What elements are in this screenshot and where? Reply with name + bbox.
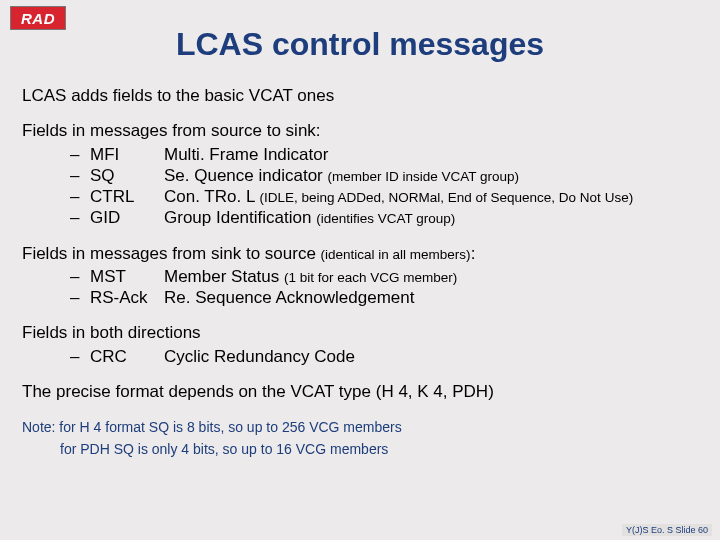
content: LCAS adds fields to the basic VCAT ones … bbox=[22, 85, 698, 461]
source-block: Fields in messages from source to sink: … bbox=[22, 120, 698, 228]
field-desc: Cyclic Redundancy Code bbox=[164, 346, 698, 367]
dash-icon: – bbox=[70, 186, 90, 207]
list-item: – CTRL Con. TRo. L (IDLE, being ADDed, N… bbox=[70, 186, 698, 207]
dash-icon: – bbox=[70, 266, 90, 287]
slide-title: LCAS control messages bbox=[22, 26, 698, 63]
field-desc: Se. Quence indicator (member ID inside V… bbox=[164, 165, 698, 186]
sink-list: – MST Member Status (1 bit for each VCG … bbox=[70, 266, 698, 309]
note-line-2: for PDH SQ is only 4 bits, so up to 16 V… bbox=[60, 438, 698, 460]
field-desc: Re. Sequence Acknowledgement bbox=[164, 287, 698, 308]
both-heading: Fields in both directions bbox=[22, 322, 698, 343]
logo-badge: RAD bbox=[10, 6, 66, 30]
list-item: – MFI Multi. Frame Indicator bbox=[70, 144, 698, 165]
field-abbr: CTRL bbox=[90, 186, 164, 207]
list-item: – GID Group Identification (identifies V… bbox=[70, 207, 698, 228]
list-item: – RS-Ack Re. Sequence Acknowledgement bbox=[70, 287, 698, 308]
source-list: – MFI Multi. Frame Indicator – SQ Se. Qu… bbox=[70, 144, 698, 229]
dash-icon: – bbox=[70, 287, 90, 308]
precise-format: The precise format depends on the VCAT t… bbox=[22, 381, 698, 402]
note-line-1: Note: for H 4 format SQ is 8 bits, so up… bbox=[22, 416, 698, 438]
field-abbr: RS-Ack bbox=[90, 287, 164, 308]
logo-text: RAD bbox=[21, 10, 55, 27]
source-heading: Fields in messages from source to sink: bbox=[22, 120, 698, 141]
field-abbr: GID bbox=[90, 207, 164, 228]
field-desc: Multi. Frame Indicator bbox=[164, 144, 698, 165]
list-item: – CRC Cyclic Redundancy Code bbox=[70, 346, 698, 367]
field-desc: Con. TRo. L (IDLE, being ADDed, NORMal, … bbox=[164, 186, 698, 207]
field-desc: Member Status (1 bit for each VCG member… bbox=[164, 266, 698, 287]
field-abbr: MFI bbox=[90, 144, 164, 165]
sink-block: Fields in messages from sink to source (… bbox=[22, 243, 698, 309]
dash-icon: – bbox=[70, 207, 90, 228]
list-item: – SQ Se. Quence indicator (member ID ins… bbox=[70, 165, 698, 186]
field-abbr: CRC bbox=[90, 346, 164, 367]
note-block: Note: for H 4 format SQ is 8 bits, so up… bbox=[22, 416, 698, 461]
field-abbr: SQ bbox=[90, 165, 164, 186]
field-desc: Group Identification (identifies VCAT gr… bbox=[164, 207, 698, 228]
field-abbr: MST bbox=[90, 266, 164, 287]
both-block: Fields in both directions – CRC Cyclic R… bbox=[22, 322, 698, 367]
slide-footer: Y(J)S Eo. S Slide 60 bbox=[622, 524, 712, 536]
dash-icon: – bbox=[70, 346, 90, 367]
list-item: – MST Member Status (1 bit for each VCG … bbox=[70, 266, 698, 287]
slide: RAD LCAS control messages LCAS adds fiel… bbox=[0, 0, 720, 540]
both-list: – CRC Cyclic Redundancy Code bbox=[70, 346, 698, 367]
dash-icon: – bbox=[70, 144, 90, 165]
intro-line: LCAS adds fields to the basic VCAT ones bbox=[22, 85, 698, 106]
sink-heading: Fields in messages from sink to source (… bbox=[22, 243, 698, 264]
dash-icon: – bbox=[70, 165, 90, 186]
